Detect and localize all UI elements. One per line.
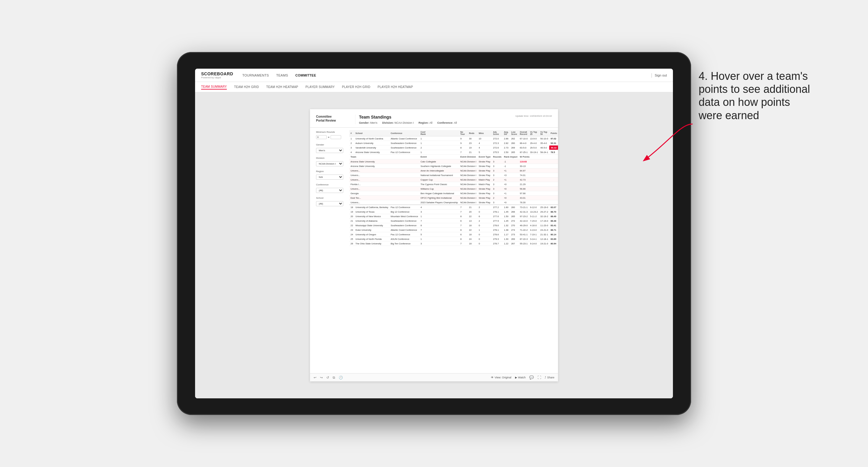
filter-school-section: School (All): [316, 196, 346, 206]
filter-division: Division: NCAA Division I: [382, 121, 414, 124]
table-row[interactable]: 1 University of North Carolina Atlantic …: [349, 136, 558, 141]
filters-row: Gender: Men's Division: NCAA Division I …: [359, 121, 515, 124]
tooltip-row: Arizona State University Cato Collegiate…: [349, 159, 558, 164]
update-time: Update time: 13/03/2024 10:03:42: [515, 115, 552, 124]
copy-button[interactable]: ⧉: [333, 376, 335, 380]
tablet-device: SCOREBOARD Powered by clippd TOURNAMENTS…: [177, 52, 691, 415]
col-conference: Conference: [390, 130, 420, 136]
filter-division-section: Division NCAA Division I: [316, 157, 346, 166]
col-avg-sg: Avg.SG: [503, 130, 510, 136]
annotation-text: 4. Hover over a team's points to see add…: [699, 69, 813, 122]
annotation-arrow: [620, 118, 699, 173]
report-page: CommitteePortal Review Team Standings Ge…: [310, 109, 558, 381]
col-points: Points: [549, 130, 558, 136]
table-row[interactable]: 19 University of Texas Big 12 Conference…: [349, 210, 558, 214]
table-row[interactable]: 22 Mississippi State University Southeas…: [349, 223, 558, 228]
sub-nav-team-h2h-grid[interactable]: TEAM H2H GRID: [234, 85, 259, 89]
watch-button[interactable]: ▶ Watch: [515, 376, 526, 379]
nav-divider: |: [651, 72, 652, 78]
content-wrapper: Minimum Rounds - Gender Men's: [310, 128, 558, 373]
tooltip-row: Univers... National Invitational Tournam…: [349, 173, 558, 178]
col-low-score: LowScore: [510, 130, 519, 136]
table-row[interactable]: 23 Duke University Atlantic Coast Confer…: [349, 228, 558, 232]
report-header: CommitteePortal Review Team Standings Ge…: [310, 109, 558, 128]
tooltip-row: Univers... Amer An Intercollegiate NCAA …: [349, 168, 558, 173]
col-no-tour: NoTour: [459, 130, 468, 136]
view-original-button[interactable]: 👁 View: Original: [491, 376, 511, 379]
table-row[interactable]: 2 Auburn University Southeastern Confere…: [349, 141, 558, 146]
watch-icon: ▶: [515, 376, 517, 379]
sub-nav-team-h2h-heatmap[interactable]: TEAM H2H HEATMAP: [266, 85, 298, 89]
col-conf-rank: ConfRank: [419, 130, 459, 136]
sub-nav-team-summary[interactable]: TEAM SUMMARY: [201, 84, 227, 90]
table-row[interactable]: 25 University of North Florida ASUN Conf…: [349, 237, 558, 241]
footer-icon-resize[interactable]: ⛶: [537, 375, 541, 380]
filter-region: Region: All: [418, 121, 433, 124]
tooltip-row: Florida I... The Cypress Point Classic N…: [349, 182, 558, 187]
region-label: Region: [316, 170, 346, 173]
committee-portal-title: CommitteePortal Review: [316, 115, 351, 123]
region-select[interactable]: N/A: [316, 175, 343, 180]
nav-committee[interactable]: COMMITTEE: [296, 73, 316, 78]
filter-gender: Gender: Men's: [359, 121, 377, 124]
nav-tournaments[interactable]: TOURNAMENTS: [242, 73, 269, 78]
gender-select[interactable]: Men's: [316, 148, 343, 153]
col-wins: Wins: [477, 130, 492, 136]
division-select[interactable]: NCAA Division I: [316, 161, 343, 166]
report-container: CommitteePortal Review Team Standings Ge…: [195, 92, 673, 398]
col-vs50: Vs Top50: [539, 130, 550, 136]
col-rnds: Rnds: [468, 130, 477, 136]
undo-button[interactable]: ↩: [314, 376, 316, 380]
table-row[interactable]: 21 University of Alabama Southeastern Co…: [349, 219, 558, 223]
report-footer: ↩ ↪ ↺ ⧉ 🕐 👁 View: Original ▶ Watch: [310, 373, 558, 381]
footer-icon-comment[interactable]: 💬: [529, 375, 534, 380]
tooltip-row: Georgia Ben Hogan Collegiate Invitationa…: [349, 191, 558, 196]
filter-conference: Conference: All: [437, 121, 457, 124]
tablet-screen: SCOREBOARD Powered by clippd TOURNAMENTS…: [195, 69, 673, 398]
conference-select[interactable]: (All): [316, 188, 343, 193]
min-rounds-to[interactable]: [331, 135, 341, 139]
min-rounds-range: -: [316, 134, 346, 140]
sub-nav-player-h2h-grid[interactable]: PLAYER H2H GRID: [342, 85, 371, 89]
school-select[interactable]: (All): [316, 201, 343, 206]
filter-region-section: Region N/A: [316, 170, 346, 180]
filter-min-rounds: Minimum Rounds -: [316, 131, 346, 140]
division-label: Division: [316, 157, 346, 159]
share-icon: ⤴: [545, 376, 546, 379]
tooltip-row: Univers... Williams Cup NCAA Division I …: [349, 187, 558, 191]
sub-nav: TEAM SUMMARY TEAM H2H GRID TEAM H2H HEAT…: [195, 82, 673, 92]
sub-nav-player-h2h-heatmap[interactable]: PLAYER H2H HEATMAP: [378, 85, 413, 89]
min-rounds-from[interactable]: [316, 135, 327, 139]
col-school: School: [354, 130, 389, 136]
col-overall: OverallRecord: [519, 130, 529, 136]
logo-area: SCOREBOARD Powered by clippd: [201, 71, 233, 79]
logo-text: SCOREBOARD: [201, 71, 233, 76]
table-row[interactable]: 20 University of New Mexico Mountain Wes…: [349, 214, 558, 219]
info-button[interactable]: 🕐: [339, 376, 343, 380]
standings-table: # School Conference ConfRank NoTour Rnds…: [349, 130, 558, 246]
sub-nav-player-summary[interactable]: PLAYER SUMMARY: [306, 85, 335, 89]
eye-icon: 👁: [491, 376, 494, 379]
col-adj-score: Adj.Score: [492, 130, 503, 136]
table-area: # School Conference ConfRank NoTour Rnds…: [349, 128, 558, 373]
table-row[interactable]: Team Event Event Division Event Type Rou…: [349, 155, 558, 159]
table-row[interactable]: 24 University of Oregon Pac-12 Conferenc…: [349, 232, 558, 237]
redo-button[interactable]: ↪: [320, 376, 323, 380]
nav-bar: SCOREBOARD Powered by clippd TOURNAMENTS…: [195, 69, 673, 82]
logo-sub: Powered by clippd: [201, 76, 233, 79]
sign-out-button[interactable]: Sign out: [655, 73, 667, 77]
table-row[interactable]: 26 The Ohio State University Big Ten Con…: [349, 241, 558, 246]
filter-gender-section: Gender Men's: [316, 143, 346, 153]
table-row[interactable]: 3 Vanderbilt University Southeastern Con…: [349, 146, 558, 150]
share-button[interactable]: ⤴ Share: [545, 376, 554, 379]
min-rounds-label: Minimum Rounds: [316, 131, 346, 133]
school-label: School: [316, 196, 346, 199]
nav-teams[interactable]: TEAMS: [276, 73, 288, 78]
filters-sidebar: Minimum Rounds - Gender Men's: [310, 128, 349, 373]
table-row[interactable]: 4 Arizona State University Pac-12 Confer…: [349, 150, 558, 155]
standings-title: Team Standings: [359, 115, 515, 120]
reset-button[interactable]: ↺: [326, 376, 329, 380]
table-row[interactable]: 18 University of California, Berkeley Pa…: [349, 205, 558, 210]
tooltip-row: Arizona State University Southern Highla…: [349, 164, 558, 168]
tooltip-row: Univers... Copper Cup NCAA Division I Ma…: [349, 178, 558, 182]
